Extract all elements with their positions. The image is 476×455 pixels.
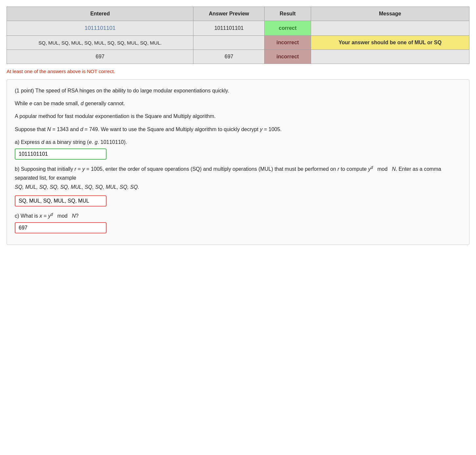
part-a-label: a) Express d as a binary string (e. g. 1… [15, 138, 461, 147]
preview-value-1: 1011101101 [193, 21, 265, 36]
part-b-label: b) Supposing that initially r = y = 1005… [15, 164, 461, 191]
message-value-2: Your answer should be one of MUL or SQ [311, 36, 469, 50]
intro1-text: The speed of RSA hinges on the ability t… [35, 88, 229, 93]
question-intro: (1 point) The speed of RSA hinges on the… [15, 86, 461, 95]
intro3-paragraph: A popular method for fast modular expone… [15, 112, 461, 121]
warning-text: At least one of the answers above is NOT… [7, 69, 469, 74]
part-c-label: c) What is x = yd mod N? [15, 211, 461, 221]
part-b-input[interactable] [15, 195, 107, 207]
col-header-result: Result [265, 7, 311, 21]
table-row: 697 697 incorrect [7, 50, 469, 64]
col-header-message: Message [311, 7, 469, 21]
table-row: 1011101101 1011101101 correct [7, 21, 469, 36]
entered-value-3: 697 [7, 50, 193, 64]
preview-value-3: 697 [193, 50, 265, 64]
results-table: Entered Answer Preview Result Message 10… [7, 7, 469, 64]
preview-value-2 [193, 36, 265, 50]
setup-paragraph: Suppose that N = 1343 and d = 749. We wa… [15, 125, 461, 134]
col-header-preview: Answer Preview [193, 7, 265, 21]
result-value-3: incorrect [265, 50, 311, 64]
message-value-3 [311, 50, 469, 64]
points-label: (1 point) [15, 88, 34, 93]
question-box: (1 point) The speed of RSA hinges on the… [7, 79, 469, 245]
part-c-input[interactable] [15, 222, 107, 233]
result-value-1: correct [265, 21, 311, 36]
col-header-entered: Entered [7, 7, 193, 21]
intro2-paragraph: While e can be made small, d generally c… [15, 99, 461, 108]
entered-value-2: SQ, MUL, SQ, MUL, SQ, MUL, SQ, SQ, MUL, … [7, 36, 193, 50]
part-a-input[interactable] [15, 148, 107, 160]
message-value-1 [311, 21, 469, 36]
table-row: SQ, MUL, SQ, MUL, SQ, MUL, SQ, SQ, MUL, … [7, 36, 469, 50]
entered-value-1: 1011101101 [7, 21, 193, 36]
result-value-2: incorrect [265, 36, 311, 50]
